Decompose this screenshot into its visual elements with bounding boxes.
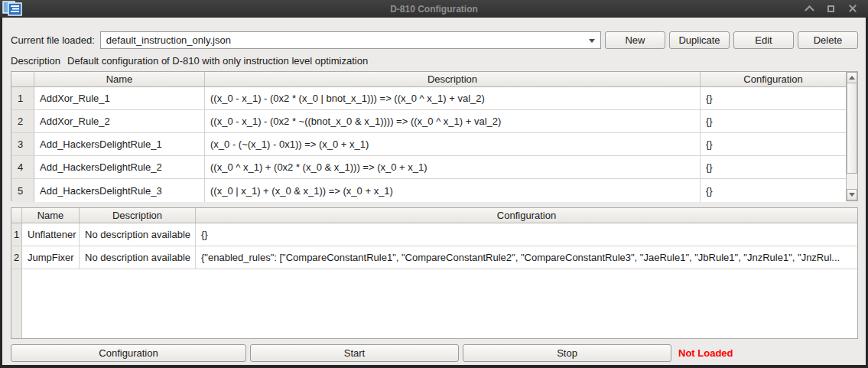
configuration-button[interactable]: Configuration [11, 344, 246, 362]
maximize-icon[interactable] [827, 5, 836, 13]
row-number: 2 [11, 246, 22, 269]
scrollbar-track[interactable] [847, 174, 857, 189]
modules-header-name[interactable]: Name [22, 208, 80, 223]
rule-name[interactable]: Add_HackersDelightRule_3 [34, 179, 205, 202]
scrollbar-thumb[interactable] [847, 83, 857, 174]
edit-button[interactable]: Edit [733, 31, 794, 49]
module-name[interactable]: Unflattener [22, 223, 80, 246]
status-badge: Not Loaded [678, 347, 733, 359]
rule-name[interactable]: Add_HackersDelightRule_2 [34, 156, 205, 178]
modules-header-description[interactable]: Description [80, 208, 196, 223]
app-icon [2, 1, 23, 17]
table-row[interactable]: 2 AddXor_Rule_2 ((x_0 - x_1) - (0x2 * ~(… [11, 110, 846, 133]
footer-bar: Configuration Start Stop Not Loaded [11, 344, 858, 362]
rules-header-description[interactable]: Description [205, 72, 701, 86]
file-bar: Current file loaded: default_instruction… [11, 31, 858, 49]
module-configuration[interactable]: {} [196, 223, 857, 246]
rule-configuration[interactable]: {} [701, 179, 846, 202]
rule-description[interactable]: ((x_0 - x_1) - (0x2 * (x_0 | bnot_x_1)))… [205, 87, 701, 109]
description-bar: Description Default configuration of D-8… [11, 54, 858, 67]
table-row[interactable]: 5 Add_HackersDelightRule_3 ((x_0 | x_1) … [11, 179, 846, 202]
module-configuration[interactable]: {"enabled_rules": ["CompareConstantRule1… [196, 246, 857, 269]
rule-configuration[interactable]: {} [701, 133, 846, 155]
stop-button[interactable]: Stop [463, 344, 671, 362]
rule-configuration[interactable]: {} [701, 110, 846, 132]
modules-header-corner [11, 208, 22, 223]
row-number: 1 [11, 223, 22, 246]
rule-description[interactable]: ((x_0 - x_1) - (0x2 * ~((bnot_x_0 & x_1)… [205, 110, 701, 132]
config-file-dropdown[interactable]: default_instruction_only.json [100, 31, 601, 49]
rules-header-configuration[interactable]: Configuration [701, 72, 846, 86]
row-number: 2 [11, 110, 34, 132]
description-text: Default configuration of D-810 with only… [67, 55, 368, 67]
title-bar[interactable]: D-810 Configuration [0, 0, 868, 18]
module-name[interactable]: JumpFixer [22, 246, 80, 269]
new-button[interactable]: New [605, 31, 665, 49]
row-number: 1 [11, 87, 34, 109]
rule-configuration[interactable]: {} [701, 156, 846, 178]
rules-table-header: Name Description Configuration [11, 72, 846, 87]
row-number: 5 [11, 179, 34, 202]
description-label: Description [11, 55, 60, 67]
rules-table: Name Description Configuration 1 AddXor_… [11, 71, 858, 201]
scroll-up-icon[interactable] [847, 72, 857, 83]
client-area: Current file loaded: default_instruction… [0, 18, 868, 368]
rule-description[interactable]: ((x_0 | x_1) + (x_0 & x_1)) => (x_0 + x_… [205, 179, 701, 202]
rules-table-scrollbar[interactable] [846, 72, 857, 200]
delete-button[interactable]: Delete [798, 31, 858, 49]
minimize-icon[interactable] [806, 5, 814, 13]
scroll-down-icon[interactable] [847, 189, 857, 200]
modules-table: Name Description Configuration 1 Unflatt… [11, 207, 858, 339]
table-row[interactable]: 3 Add_HackersDelightRule_1 (x_0 - (~(x_1… [11, 133, 846, 156]
config-file-dropdown-value: default_instruction_only.json [106, 34, 589, 46]
window-controls [806, 5, 868, 13]
d810-configuration-window: D-810 Configuration Current file loaded:… [0, 0, 868, 368]
modules-table-header: Name Description Configuration [11, 208, 857, 223]
module-description[interactable]: No description available [80, 223, 196, 246]
table-row[interactable]: 1 AddXor_Rule_1 ((x_0 - x_1) - (0x2 * (x… [11, 87, 846, 110]
table-row[interactable]: 1 Unflattener No description available {… [11, 223, 857, 246]
row-number: 4 [11, 156, 34, 178]
rule-description[interactable]: (x_0 - (~(x_1) - 0x1)) => (x_0 + x_1) [205, 133, 701, 155]
rules-header-name[interactable]: Name [34, 72, 205, 86]
close-icon[interactable] [849, 5, 857, 13]
rule-description[interactable]: ((x_0 ^ x_1) + (0x2 * (x_0 & x_1))) => (… [205, 156, 701, 178]
row-number: 3 [11, 133, 34, 155]
table-row[interactable]: 2 JumpFixer No description available {"e… [11, 246, 857, 269]
chevron-down-icon [589, 39, 595, 46]
duplicate-button[interactable]: Duplicate [669, 31, 730, 49]
rule-configuration[interactable]: {} [701, 87, 846, 109]
start-button[interactable]: Start [250, 344, 459, 362]
modules-header-configuration[interactable]: Configuration [196, 208, 857, 223]
modules-table-empty-area [11, 269, 857, 338]
current-file-label: Current file loaded: [11, 34, 96, 46]
rule-name[interactable]: AddXor_Rule_1 [34, 87, 205, 109]
table-row[interactable]: 4 Add_HackersDelightRule_2 ((x_0 ^ x_1) … [11, 156, 846, 179]
module-description[interactable]: No description available [80, 246, 196, 269]
window-title: D-810 Configuration [0, 4, 868, 15]
rule-name[interactable]: AddXor_Rule_2 [34, 110, 205, 132]
rule-name[interactable]: Add_HackersDelightRule_1 [34, 133, 205, 155]
rules-header-corner [11, 72, 34, 86]
